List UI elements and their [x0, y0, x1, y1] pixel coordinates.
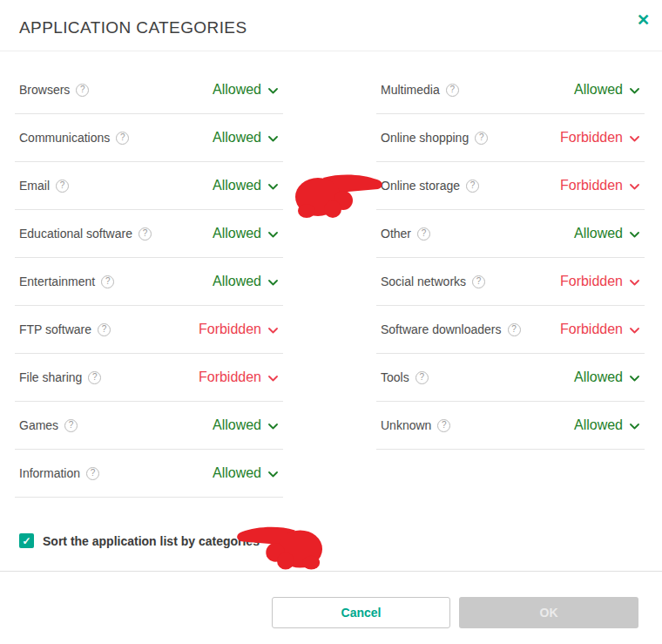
category-row-online-shopping: Online shopping ? Forbidden — [376, 114, 645, 162]
category-label-group: Browsers ? — [19, 83, 89, 97]
category-value-dropdown[interactable]: Allowed — [213, 82, 278, 98]
category-value-dropdown[interactable]: Allowed — [213, 226, 278, 241]
category-value: Allowed — [213, 274, 261, 289]
help-icon[interactable]: ? — [64, 419, 78, 432]
sort-by-categories-option: ✓ Sort the application list by categorie… — [19, 533, 662, 548]
category-value: Forbidden — [560, 130, 623, 146]
category-value-dropdown[interactable]: Forbidden — [199, 322, 278, 337]
category-value-dropdown[interactable]: Allowed — [213, 417, 278, 433]
sort-checkbox-label[interactable]: Sort the application list by categories — [43, 534, 260, 548]
category-label: Multimedia — [381, 83, 440, 97]
cancel-button[interactable]: Cancel — [272, 597, 450, 628]
help-icon[interactable]: ? — [98, 323, 111, 336]
category-value-dropdown[interactable]: Allowed — [213, 130, 278, 146]
category-value: Allowed — [213, 417, 261, 433]
dialog-header: APPLICATION CATEGORIES ✕ — [0, 0, 662, 51]
category-value-dropdown[interactable]: Allowed — [574, 82, 639, 98]
chevron-down-icon — [268, 424, 278, 430]
sort-checkbox[interactable]: ✓ — [19, 533, 34, 548]
chevron-down-icon — [630, 328, 639, 334]
category-label: File sharing — [19, 370, 82, 384]
help-icon[interactable]: ? — [88, 371, 101, 384]
category-row-unknown: Unknown ? Allowed — [376, 402, 645, 450]
category-value-dropdown[interactable]: Allowed — [574, 369, 639, 385]
category-label: Software downloaders — [381, 322, 502, 336]
help-icon[interactable]: ? — [116, 132, 129, 145]
help-icon[interactable]: ? — [475, 132, 488, 145]
help-icon[interactable]: ? — [417, 227, 430, 241]
ok-button[interactable]: OK — [459, 597, 638, 628]
category-label: Communications — [19, 131, 110, 145]
category-row-social-networks: Social networks ? Forbidden — [376, 258, 645, 306]
category-value-dropdown[interactable]: Allowed — [574, 226, 639, 241]
category-row-online-storage: Online storage ? Forbidden — [376, 162, 645, 210]
category-value-dropdown[interactable]: Forbidden — [560, 178, 639, 193]
application-categories-dialog: APPLICATION CATEGORIES ✕ Browsers ? Allo… — [0, 0, 662, 644]
help-icon[interactable]: ? — [437, 419, 450, 432]
help-icon[interactable]: ? — [466, 180, 479, 193]
category-label-group: Email ? — [19, 179, 69, 193]
category-row-file-sharing: File sharing ? Forbidden — [15, 354, 283, 402]
help-icon[interactable]: ? — [472, 275, 485, 288]
category-value: Allowed — [213, 178, 261, 193]
category-row-tools: Tools ? Allowed — [376, 354, 645, 402]
category-label: Information — [19, 466, 80, 480]
category-label: Online storage — [381, 179, 460, 193]
category-value: Allowed — [574, 226, 623, 241]
help-icon[interactable]: ? — [101, 275, 114, 288]
category-value: Forbidden — [560, 178, 623, 193]
category-label: Unknown — [381, 418, 431, 432]
category-value-dropdown[interactable]: Forbidden — [560, 322, 639, 337]
help-icon[interactable]: ? — [446, 84, 459, 97]
category-row-educational-software: Educational software ? Allowed — [15, 210, 283, 258]
chevron-down-icon — [268, 232, 278, 238]
category-value-dropdown[interactable]: Forbidden — [560, 130, 639, 146]
chevron-down-icon — [630, 280, 639, 286]
category-label-group: Communications ? — [19, 131, 129, 145]
chevron-down-icon — [630, 136, 639, 142]
help-icon[interactable]: ? — [415, 371, 429, 384]
category-value-dropdown[interactable]: Allowed — [213, 178, 278, 193]
category-value-dropdown[interactable]: Allowed — [213, 274, 278, 289]
chevron-down-icon — [268, 184, 278, 190]
chevron-down-icon — [630, 376, 639, 382]
chevron-down-icon — [268, 136, 278, 142]
category-row-email: Email ? Allowed — [15, 162, 283, 210]
category-label: Educational software — [19, 227, 132, 241]
category-label: Tools — [381, 370, 409, 384]
help-icon[interactable]: ? — [508, 323, 521, 336]
category-value-dropdown[interactable]: Forbidden — [560, 274, 639, 289]
close-icon[interactable]: ✕ — [635, 10, 652, 30]
category-label-group: Other ? — [381, 227, 430, 241]
category-label: Entertainment — [19, 275, 95, 288]
category-label-group: Tools ? — [381, 370, 429, 384]
category-value-dropdown[interactable]: Allowed — [213, 465, 278, 481]
category-label-group: Entertainment ? — [19, 275, 114, 288]
category-label: Email — [19, 179, 50, 193]
category-value: Allowed — [574, 417, 623, 433]
category-value-dropdown[interactable]: Allowed — [574, 417, 639, 433]
category-row-information: Information ? Allowed — [15, 450, 283, 498]
category-row-ftp-software: FTP software ? Forbidden — [15, 306, 283, 354]
category-label-group: Online shopping ? — [381, 131, 488, 145]
category-row-multimedia: Multimedia ? Allowed — [376, 66, 645, 114]
chevron-down-icon — [630, 184, 639, 190]
category-label-group: FTP software ? — [19, 322, 111, 336]
help-icon[interactable]: ? — [86, 467, 99, 480]
help-icon[interactable]: ? — [138, 227, 152, 241]
category-label-group: Games ? — [19, 418, 78, 432]
dialog-footer: Cancel OK — [0, 571, 662, 628]
dialog-title: APPLICATION CATEGORIES — [19, 18, 247, 37]
help-icon[interactable]: ? — [56, 180, 69, 193]
category-label-group: Information ? — [19, 466, 99, 480]
category-label: Games — [19, 418, 58, 432]
category-label-group: Software downloaders ? — [381, 322, 521, 336]
category-value-dropdown[interactable]: Forbidden — [199, 369, 278, 385]
category-row-games: Games ? Allowed — [15, 402, 283, 450]
category-value: Allowed — [213, 130, 261, 146]
help-icon[interactable]: ? — [76, 84, 89, 97]
categories-column-left: Browsers ? Allowed Communications ? Allo… — [15, 66, 283, 498]
category-value: Forbidden — [560, 274, 623, 289]
category-value: Forbidden — [199, 369, 261, 385]
chevron-down-icon — [268, 328, 278, 334]
